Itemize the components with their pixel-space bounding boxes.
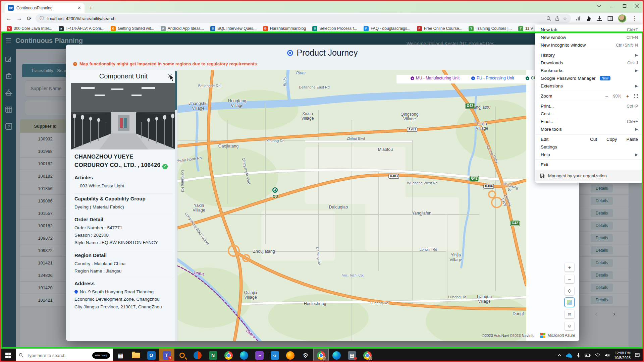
volume-icon[interactable] (605, 353, 610, 357)
cu-map-marker[interactable] (272, 187, 278, 193)
bookmark-item[interactable]: BHarshakummariblog (263, 26, 306, 31)
map-label: Yangjiafen (412, 211, 431, 216)
menu-action-cut[interactable]: Cut (583, 137, 597, 142)
menu-item-downloads[interactable]: DownloadsCtrl+J (535, 59, 643, 67)
map-style-picker-button[interactable] (565, 298, 574, 307)
fullscreen-icon[interactable] (634, 94, 638, 98)
action-center-icon[interactable] (635, 353, 640, 358)
map-zoom-in-button[interactable]: + (565, 263, 574, 272)
new-tab-button[interactable]: + (89, 5, 93, 11)
edge-2-icon (332, 351, 341, 360)
bookmark-item[interactable]: FFree Online Course... (417, 26, 463, 31)
taskbar-app-vs-code[interactable]: ‹› (267, 349, 282, 362)
bookmark-item[interactable]: TTraining Courses |... (469, 26, 512, 31)
map-label: Yaxin Village (193, 203, 205, 213)
bookmark-item[interactable]: T11 V (518, 26, 533, 31)
site-info-icon[interactable]: ⓘ (40, 15, 44, 21)
taskbar-app-edge-2[interactable] (329, 349, 344, 362)
forward-icon[interactable]: → (16, 15, 22, 22)
menu-item-help[interactable]: Help▶ (535, 151, 643, 159)
taskbar-search-input[interactable] (26, 353, 90, 358)
browser-menu-dots-icon[interactable]: ⋮ (631, 15, 637, 22)
system-tray: 12:08 PM 10/5/2023 (557, 351, 644, 360)
menu-action-paste[interactable]: Paste (620, 137, 638, 142)
stats-extension-icon[interactable] (576, 16, 581, 21)
wifi-icon[interactable] (595, 353, 600, 357)
taskbar-app-firefox[interactable] (282, 349, 298, 362)
panel-title: Component Unit (99, 72, 148, 80)
menu-item-edit[interactable]: EditCutCopyPaste (535, 135, 643, 143)
menu-item-zoom[interactable]: Zoom–90%+ (535, 92, 643, 100)
map-zoom-out-button[interactable]: − (565, 275, 574, 283)
taskbar-app-chrome-2[interactable] (360, 349, 375, 362)
zoom-in-button[interactable]: + (624, 94, 631, 99)
taskbar-app-sync-app[interactable] (190, 349, 205, 362)
taskbar-app-screen-share[interactable]: ▤ (344, 349, 360, 362)
menu-item-label: Print... (541, 104, 554, 109)
panel-close-icon[interactable]: ✕ (167, 72, 172, 80)
start-button[interactable] (0, 349, 16, 362)
address-bar[interactable]: ⓘ localhost:4200/#/traceability/search ☆ (36, 14, 571, 23)
map-traffic-button[interactable]: ▤ (565, 310, 574, 318)
menu-item-find-[interactable]: Find...Ctrl+F (535, 118, 643, 125)
bookmark-item[interactable]: SSelection Process f... (312, 26, 357, 31)
taskbar-app-settings[interactable]: ⚙ (298, 349, 313, 362)
back-icon[interactable]: ← (6, 15, 12, 22)
taskbar-app-edge-1[interactable] (236, 349, 252, 362)
side-panel-icon[interactable] (607, 16, 613, 21)
battery-icon[interactable] (585, 354, 591, 357)
bookmark-item[interactable]: AAndroid App Ideas... (161, 26, 204, 31)
menu-item-history[interactable]: History▶ (535, 51, 643, 59)
taskbar-app-visual-studio[interactable]: ∞ (252, 349, 267, 362)
tab-close-icon[interactable]: ✕ (77, 5, 81, 10)
bookmark-item[interactable]: V300 Core Java Inter... (7, 26, 52, 31)
taskbar-search[interactable]: H&M Group (16, 349, 113, 362)
onedrive-icon[interactable] (566, 353, 573, 358)
reload-icon[interactable]: ⟳ (27, 15, 32, 22)
map-pitch-button[interactable]: ◇ (565, 286, 574, 295)
window-close-icon[interactable] (635, 4, 639, 8)
taskbar-app-onenote[interactable]: N (205, 349, 221, 362)
share-icon[interactable] (555, 16, 560, 21)
taskbar-app-chrome-1[interactable] (221, 349, 236, 362)
tray-chevron-icon[interactable] (557, 354, 561, 357)
menu-item-exit[interactable]: Exit (535, 161, 643, 169)
taskbar-app-file-explorer[interactable] (128, 349, 144, 362)
profile-avatar[interactable] (618, 14, 626, 22)
menu-item-settings[interactable]: Settings (535, 143, 643, 151)
microphone-icon[interactable] (577, 353, 580, 358)
bookmark-item[interactable]: GGetting Started wit... (111, 26, 154, 31)
map-streetside-button[interactable]: ⊘ (565, 321, 574, 330)
menu-item-google-password-manager[interactable]: Google Password ManagerNew (535, 74, 643, 82)
panel-scrollbar[interactable] (175, 70, 177, 341)
browser-tab[interactable]: CP ContinuousPlanning ✕ (5, 3, 85, 13)
clock[interactable]: 12:08 PM 10/5/2023 (614, 351, 631, 360)
bookmark-item[interactable]: FFAQ · douglascraigs... (364, 26, 411, 31)
bookmark-item[interactable]: SSQL Interview Ques... (210, 26, 257, 31)
taskbar-app-task-view[interactable]: ▦ (113, 349, 128, 362)
tab-search-chevron-icon[interactable] (597, 5, 601, 7)
menu-item-bookmarks[interactable]: Bookmarks▶ (535, 67, 643, 74)
zoom-glass-icon[interactable] (546, 16, 551, 21)
taskbar-app-teams[interactable]: T3 (159, 349, 174, 362)
menu-action-copy[interactable]: Copy (600, 137, 617, 142)
menu-item-more-tools[interactable]: More tools▶ (535, 125, 643, 133)
menu-item-extensions[interactable]: Extensions▶ (535, 82, 643, 90)
menu-item-cast-[interactable]: Cast... (535, 110, 643, 118)
menu-item-new-incognito-window[interactable]: New Incognito windowCtrl+Shift+N (535, 41, 643, 49)
bookmark-star-icon[interactable]: ☆ (563, 16, 567, 21)
window-maximize-icon[interactable] (623, 4, 627, 8)
window-minimize-icon[interactable] (610, 4, 614, 8)
taskbar-app-search-app[interactable] (174, 349, 190, 362)
map-container[interactable]: RiverQingBeitanghe RdBeitanghe East RdZh… (177, 70, 579, 341)
downloads-icon[interactable] (597, 16, 602, 21)
bookmark-item[interactable]: aT-414-ÁFLV: A Com... (59, 26, 104, 31)
menu-item-new-tab[interactable]: New tabCtrl+T (535, 26, 643, 34)
taskbar-app-chrome-active[interactable] (313, 349, 329, 362)
bookmark-label: 300 Core Java Inter... (14, 26, 52, 31)
taskbar-app-outlook[interactable]: O (144, 349, 159, 362)
menu-item-print-[interactable]: Print...Ctrl+P (535, 102, 643, 110)
zoom-out-button[interactable]: – (603, 94, 610, 99)
extensions-puzzle-icon[interactable] (586, 16, 592, 21)
menu-item-new-window[interactable]: New windowCtrl+N (535, 34, 643, 41)
